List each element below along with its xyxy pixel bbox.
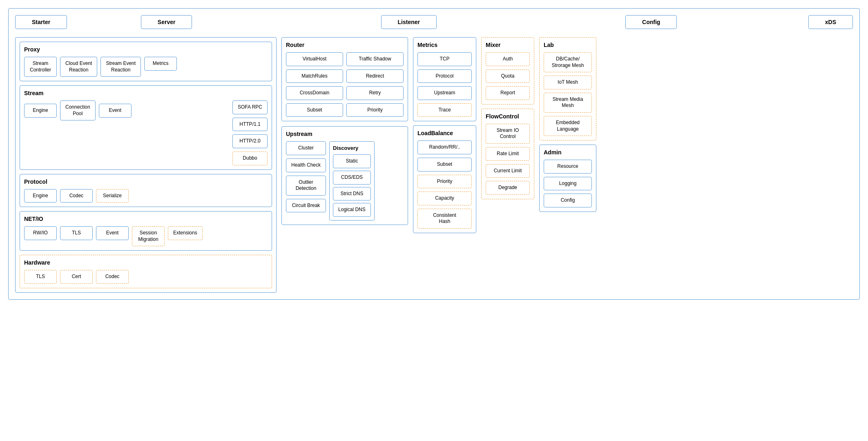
item-crossdomain[interactable]: CrossDomain [286, 86, 343, 100]
metrics-lb-panel: Metrics TCP Protocol Upstream Trace Load… [413, 37, 476, 233]
item-proxy-metrics[interactable]: Metrics [144, 57, 177, 71]
mixer-section: Mixer Auth Quota Report [481, 37, 534, 105]
stream-section: Stream Engine ConnectionPool Event SOFA … [20, 85, 272, 169]
item-tls[interactable]: TLS [60, 226, 93, 240]
item-router-priority[interactable]: Priority [346, 103, 404, 117]
item-cloud-event-reaction[interactable]: Cloud EventReaction [60, 57, 97, 77]
item-embedded-language[interactable]: EmbeddedLanguage [544, 116, 592, 136]
item-matchrules[interactable]: MatchRules [286, 69, 343, 83]
tab-xds[interactable]: xDS [808, 15, 853, 29]
item-hw-codec[interactable]: Codec [96, 270, 129, 284]
tab-server[interactable]: Server [141, 15, 192, 29]
item-stream-engine[interactable]: Engine [24, 104, 57, 118]
item-hw-tls[interactable]: TLS [24, 270, 57, 284]
item-redirect[interactable]: Redirect [346, 69, 404, 83]
mixer-title: Mixer [486, 42, 530, 48]
stream-right-items: SOFA RPC HTTP/1.1 HTTP/2.0 Dubbo [232, 100, 268, 165]
upstream-section: Upstream Cluster Health Check OutlierDet… [281, 126, 408, 225]
netio-section: NET/IO RW/IO TLS Event SessionMigration … [20, 211, 272, 251]
item-stream-event[interactable]: Event [99, 104, 132, 118]
item-protocol-engine[interactable]: Engine [24, 189, 57, 203]
item-report[interactable]: Report [486, 86, 530, 100]
lb-title: LoadBalance [417, 130, 472, 136]
discovery-title: Discovery [333, 145, 371, 151]
item-subset[interactable]: Subset [286, 103, 343, 117]
discovery-items: Static CDS/EDS Strict DNS Logical DNS [333, 154, 371, 216]
item-cluster[interactable]: Cluster [286, 141, 326, 155]
admin-items: Resource Logging Config [544, 160, 592, 207]
item-resource[interactable]: Resource [544, 160, 592, 174]
lab-section: Lab DB/Cache/Strorage Mesh IoT Mesh Stre… [539, 37, 596, 140]
item-logical-dns[interactable]: Logical DNS [333, 203, 371, 217]
hardware-items: TLS Cert Codec [24, 270, 268, 284]
item-codec[interactable]: Codec [60, 189, 93, 203]
middle-panel: Router VirtualHost Traffic Shadow MatchR… [281, 37, 408, 225]
item-netio-event[interactable]: Event [96, 226, 129, 240]
item-current-limit[interactable]: Current Limit [486, 164, 530, 178]
item-protocol[interactable]: Protocol [417, 69, 472, 83]
item-upstream[interactable]: Upstream [417, 86, 472, 100]
item-http20[interactable]: HTTP/2.0 [232, 134, 268, 148]
netio-title: NET/IO [24, 216, 268, 222]
item-iot-mesh[interactable]: IoT Mesh [544, 76, 592, 89]
item-dubbo[interactable]: Dubbo [232, 151, 268, 165]
tab-listener[interactable]: Listener [381, 15, 437, 29]
netio-items: RW/IO TLS Event SessionMigration Extensi… [24, 226, 268, 246]
item-rate-limit[interactable]: Rate Limit [486, 147, 530, 161]
item-consistent-hash[interactable]: ConsistentHash [417, 209, 472, 229]
item-auth[interactable]: Auth [486, 52, 530, 66]
tab-starter[interactable]: Starter [15, 15, 67, 29]
admin-section: Admin Resource Logging Config [539, 145, 596, 212]
item-lb-subset[interactable]: Subset [417, 158, 472, 172]
item-logging[interactable]: Logging [544, 177, 592, 191]
proxy-title: Proxy [24, 46, 268, 53]
lab-items: DB/Cache/Strorage Mesh IoT Mesh Stream M… [544, 52, 592, 136]
item-retry[interactable]: Retry [346, 86, 404, 100]
item-stream-controller[interactable]: StreamController [24, 57, 57, 77]
mixer-items: Auth Quota Report [486, 52, 530, 100]
hardware-title: Hardware [24, 259, 268, 266]
item-degrade[interactable]: Degrade [486, 181, 530, 195]
item-static[interactable]: Static [333, 154, 371, 168]
item-capacity[interactable]: Capacity [417, 192, 472, 205]
item-stream-event-reaction[interactable]: Stream EventReaction [100, 57, 141, 77]
item-stream-io-control[interactable]: Stream IOControl [486, 124, 530, 144]
item-strict-dns[interactable]: Strict DNS [333, 187, 371, 201]
item-outlier-detection[interactable]: OutlierDetection [286, 176, 326, 196]
item-circuit-break[interactable]: Circuit Break [286, 199, 326, 213]
item-http11[interactable]: HTTP/1.1 [232, 118, 268, 131]
item-serialize[interactable]: Serialize [96, 189, 129, 203]
item-quota[interactable]: Quota [486, 69, 530, 83]
item-cert[interactable]: Cert [60, 270, 93, 284]
header-row: Starter Server Listener Config xDS [15, 15, 853, 29]
admin-title: Admin [544, 149, 592, 156]
stream-title: Stream [24, 90, 268, 96]
item-sofa-rpc[interactable]: SOFA RPC [232, 100, 268, 114]
item-stream-media[interactable]: Stream MediaMesh [544, 93, 592, 113]
fc-title: FlowControl [486, 113, 530, 120]
item-cds-eds[interactable]: CDS/EDS [333, 171, 371, 185]
item-connection-pool[interactable]: ConnectionPool [60, 100, 96, 120]
metrics-section: Metrics TCP Protocol Upstream Trace [413, 37, 476, 121]
lb-section: LoadBalance Random/RR/.. Subset Priority… [413, 125, 476, 233]
item-config[interactable]: Config [544, 194, 592, 207]
mixer-fc-panel: Mixer Auth Quota Report FlowControl Stre… [481, 37, 534, 199]
item-virtualhost[interactable]: VirtualHost [286, 52, 343, 66]
item-traffic-shadow[interactable]: Traffic Shadow [346, 52, 404, 66]
item-trace[interactable]: Trace [417, 103, 472, 117]
stream-combined: Engine ConnectionPool Event SOFA RPC HTT… [24, 100, 268, 165]
proxy-section: Proxy StreamController Cloud EventReacti… [20, 42, 272, 81]
item-extensions[interactable]: Extensions [168, 226, 203, 240]
item-tcp[interactable]: TCP [417, 52, 472, 66]
protocol-items: Engine Codec Serialize [24, 189, 268, 203]
item-health-check[interactable]: Health Check [286, 158, 326, 172]
item-session-migration[interactable]: SessionMigration [132, 226, 165, 246]
item-lb-priority[interactable]: Priority [417, 175, 472, 189]
upstream-inner: Cluster Health Check OutlierDetection Ci… [286, 141, 404, 220]
fc-items: Stream IOControl Rate Limit Current Limi… [486, 124, 530, 195]
tab-config[interactable]: Config [625, 15, 677, 29]
item-random-rr[interactable]: Random/RR/.. [417, 140, 472, 154]
protocol-section: Protocol Engine Codec Serialize [20, 174, 272, 207]
item-rwio[interactable]: RW/IO [24, 226, 57, 240]
item-db-cache[interactable]: DB/Cache/Strorage Mesh [544, 52, 592, 72]
